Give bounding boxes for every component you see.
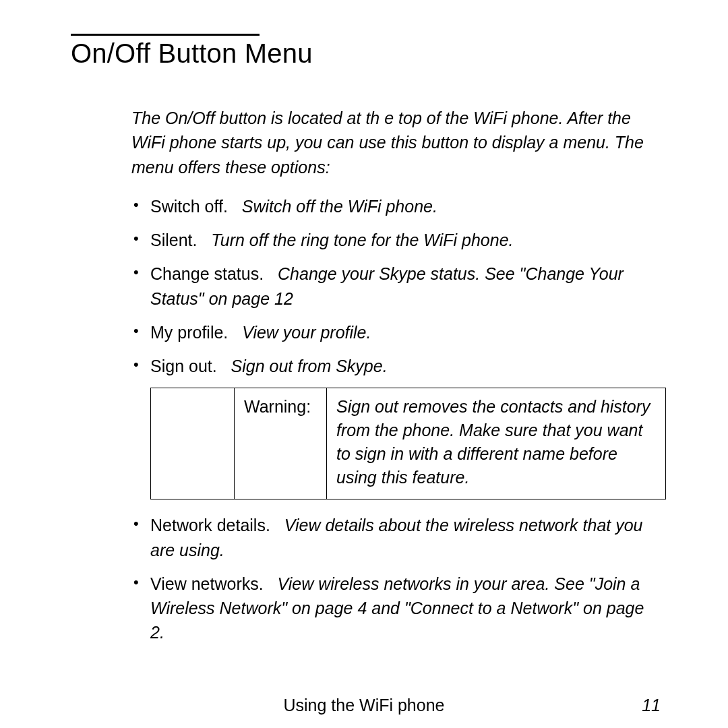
- list-item: View networks. View wireless networks in…: [131, 572, 661, 645]
- option-description: View your profile.: [242, 323, 371, 342]
- option-description: Sign out from Skype.: [231, 357, 388, 375]
- list-item: My profile. View your profile.: [131, 320, 661, 344]
- warning-table: Warning: Sign out removes the contacts a…: [150, 388, 666, 499]
- section-title: On/Off Button Menu: [71, 38, 661, 69]
- title-rule: [71, 34, 260, 36]
- option-label: Network details.: [150, 516, 270, 535]
- option-label: My profile.: [150, 323, 228, 342]
- option-label: Silent.: [150, 231, 197, 249]
- option-label: Switch off.: [150, 197, 228, 216]
- option-label: View networks.: [150, 574, 264, 593]
- list-item: Change status. Change your Skype status.…: [131, 262, 661, 311]
- option-label: Sign out.: [150, 357, 217, 375]
- list-item: Switch off. Switch off the WiFi phone.: [131, 194, 661, 218]
- warning-text: Sign out removes the contacts and histor…: [327, 388, 666, 499]
- option-label: Change status.: [150, 264, 264, 283]
- option-description: Turn off the ring tone for the WiFi phon…: [211, 231, 513, 249]
- warning-label: Warning:: [235, 388, 327, 499]
- list-item: Sign out. Sign out from Skype.: [131, 354, 661, 378]
- intro-paragraph: The On/Off button is located at th e top…: [71, 106, 661, 179]
- options-list-1: Switch off. Switch off the WiFi phone. S…: [71, 194, 661, 379]
- warning-blank-cell: [151, 388, 235, 499]
- footer-center-text: Using the WiFi phone: [0, 696, 728, 715]
- options-list-2: Network details. View details about the …: [71, 513, 661, 644]
- page-number: 11: [642, 696, 661, 715]
- document-page: On/Off Button Menu The On/Off button is …: [0, 0, 728, 728]
- warning-box: Warning: Sign out removes the contacts a…: [150, 388, 661, 499]
- list-item: Silent. Turn off the ring tone for the W…: [131, 228, 661, 252]
- list-item: Network details. View details about the …: [131, 513, 661, 562]
- option-description: Switch off the WiFi phone.: [242, 197, 437, 216]
